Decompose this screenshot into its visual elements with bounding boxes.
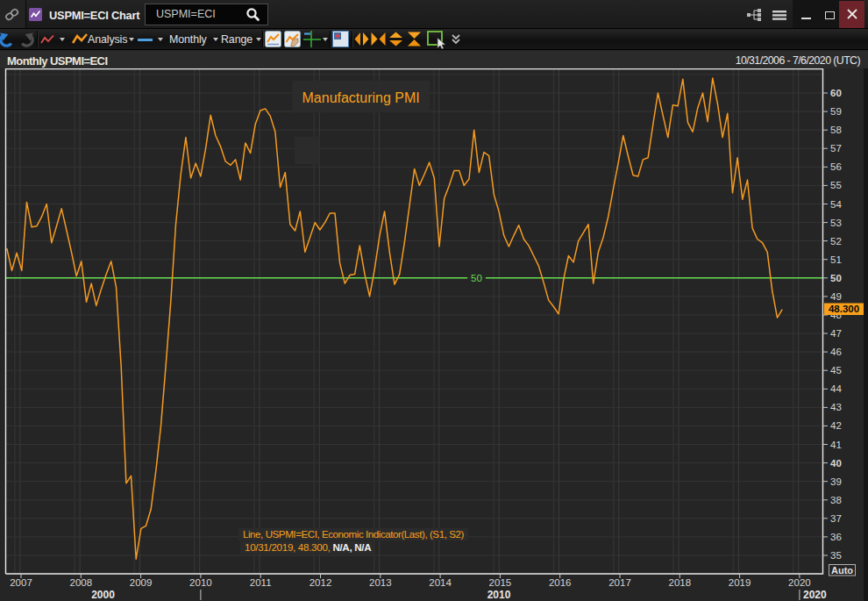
- svg-text:54: 54: [830, 199, 842, 210]
- svg-text:2020: 2020: [803, 589, 827, 601]
- svg-text:39: 39: [830, 476, 842, 487]
- svg-text:55: 55: [830, 180, 842, 190]
- svg-text:42: 42: [830, 420, 842, 431]
- svg-text:10/31/2019, 48.300, N/A, N/A: 10/31/2019, 48.300, N/A, N/A: [245, 541, 372, 553]
- svg-text:37: 37: [830, 513, 842, 524]
- svg-text:47: 47: [830, 328, 842, 339]
- svg-text:2017: 2017: [608, 577, 631, 588]
- svg-text:2019: 2019: [729, 577, 751, 588]
- svg-text:41: 41: [830, 440, 842, 450]
- svg-text:2018: 2018: [669, 577, 692, 588]
- svg-text:2015: 2015: [489, 577, 512, 588]
- svg-text:2007: 2007: [10, 577, 32, 588]
- svg-text:2011: 2011: [250, 577, 272, 588]
- svg-text:2010: 2010: [487, 589, 511, 601]
- svg-text:2012: 2012: [309, 577, 332, 588]
- svg-text:48.300: 48.300: [829, 304, 859, 314]
- svg-text:2009: 2009: [130, 577, 153, 588]
- svg-text:57: 57: [830, 143, 842, 154]
- svg-text:50: 50: [471, 273, 482, 283]
- svg-text:56: 56: [830, 161, 842, 172]
- svg-text:2008: 2008: [70, 577, 93, 588]
- svg-text:2010: 2010: [189, 577, 212, 588]
- svg-text:45: 45: [830, 365, 842, 376]
- svg-text:49: 49: [830, 291, 842, 302]
- svg-text:59: 59: [830, 106, 842, 117]
- svg-text:Line, USPMI=ECI, Economic Indi: Line, USPMI=ECI, Economic Indicator(Last…: [243, 528, 464, 540]
- svg-text:60: 60: [830, 88, 842, 98]
- svg-text:58: 58: [830, 125, 842, 135]
- svg-text:43: 43: [830, 402, 842, 412]
- svg-text:35: 35: [830, 550, 842, 561]
- svg-text:46: 46: [830, 347, 842, 357]
- svg-text:2013: 2013: [369, 577, 392, 588]
- svg-text:Auto: Auto: [831, 565, 853, 576]
- svg-text:Manufacturing PMI: Manufacturing PMI: [302, 90, 420, 105]
- svg-text:52: 52: [830, 236, 842, 247]
- svg-text:51: 51: [830, 254, 842, 265]
- svg-text:44: 44: [830, 383, 842, 394]
- svg-text:2000: 2000: [91, 589, 115, 601]
- svg-text:38: 38: [830, 495, 842, 505]
- svg-text:53: 53: [830, 218, 842, 228]
- svg-text:36: 36: [830, 532, 842, 542]
- svg-text:50: 50: [830, 273, 842, 283]
- svg-text:40: 40: [830, 458, 842, 469]
- svg-text:2020: 2020: [788, 577, 811, 588]
- svg-text:2016: 2016: [549, 577, 572, 588]
- svg-text:2014: 2014: [429, 577, 452, 588]
